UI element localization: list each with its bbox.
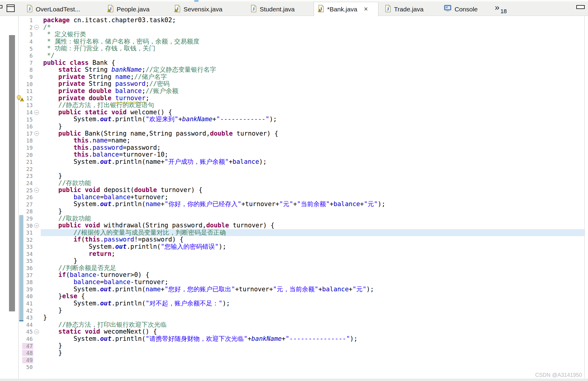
code-text[interactable]: }	[43, 172, 584, 180]
line-number[interactable]: 27	[26, 201, 33, 208]
line-number[interactable]: 14	[26, 109, 33, 116]
line-number[interactable]: 18	[26, 137, 33, 144]
line-number[interactable]: 45	[26, 328, 33, 335]
tab-overflow-chevron-icon[interactable]: »	[495, 3, 500, 12]
line-number[interactable]: 50	[26, 364, 33, 370]
line-number[interactable]: 37	[26, 272, 33, 278]
code-text[interactable]: * 定义银行类	[43, 31, 584, 38]
line-number[interactable]: 9	[26, 74, 33, 80]
code-text[interactable]: public Bank(String name,String password,…	[43, 130, 584, 137]
code-text[interactable]: * 功能：开门营业，存钱，取钱，关门	[43, 45, 584, 52]
line-number[interactable]: 41	[26, 300, 33, 307]
line-number[interactable]: 35	[26, 258, 33, 264]
tab-studentjava[interactable]: JStudent.java	[246, 2, 304, 16]
code-text[interactable]: public void withdrawal(String password,d…	[43, 222, 584, 229]
line-number[interactable]: 3	[26, 31, 33, 38]
line-number[interactable]: 16	[26, 123, 33, 130]
line-number[interactable]: 29	[26, 215, 33, 222]
line-number[interactable]: 2	[26, 24, 33, 31]
code-text[interactable]: balance=balance+turnover;	[43, 194, 584, 201]
code-text[interactable]: //存款功能	[43, 180, 584, 187]
code-text[interactable]: }	[43, 208, 584, 215]
code-text[interactable]: private String name;//储户名字	[43, 74, 584, 81]
code-text[interactable]: System.out.println("欢迎来到"+bankName+"----…	[43, 116, 584, 123]
line-number[interactable]: 43	[26, 314, 33, 321]
line-number[interactable]: 22	[26, 166, 33, 172]
line-number[interactable]: 36	[26, 265, 33, 271]
line-number[interactable]: 46	[26, 336, 33, 342]
code-text[interactable]: static String bankName;//定义静态变量银行名字	[43, 66, 584, 74]
line-number[interactable]: 26	[26, 194, 33, 200]
line-number[interactable]: 32	[26, 237, 33, 243]
code-text[interactable]: this.password=password;	[43, 144, 584, 152]
tab-sevensixjava[interactable]: JSevensix.java	[170, 2, 236, 16]
line-number[interactable]: 20	[26, 152, 33, 158]
line-number[interactable]: 4	[26, 38, 33, 45]
tab-console[interactable]: Console	[440, 2, 488, 16]
code-text[interactable]: //静态方法，打印出银行欢迎下次光临	[43, 321, 584, 328]
fold-collapse-icon[interactable]: −	[34, 131, 39, 136]
line-number[interactable]: 15	[26, 116, 33, 123]
code-text[interactable]: }	[43, 257, 584, 265]
code-text[interactable]: * 属性：银行名称，储户名称，密码，余额，交易额度	[43, 38, 584, 45]
code-text[interactable]: }	[43, 307, 584, 314]
line-number[interactable]: 24	[26, 180, 33, 186]
code-text[interactable]: private String password;//密码	[43, 80, 584, 88]
line-number[interactable]: 47	[26, 343, 33, 349]
code-text[interactable]: //静态方法，打出银行的欢迎语句	[43, 102, 584, 109]
code-text[interactable]: System.out.println(name+"你好，你的账户已经存入"+tu…	[43, 201, 584, 208]
code-text[interactable]: private double turnover;	[43, 95, 584, 102]
line-number[interactable]: 25	[26, 187, 33, 194]
tab-tradejava[interactable]: JTrade.java	[381, 2, 432, 16]
line-number[interactable]: 34	[26, 251, 33, 257]
fold-collapse-icon[interactable]: −	[34, 223, 39, 228]
line-number[interactable]: 1	[26, 17, 33, 23]
line-number[interactable]: 44	[26, 322, 33, 328]
tab-overflow-count[interactable]: 18	[500, 8, 507, 15]
tab-bankjava[interactable]: J*Bank.java×	[314, 2, 378, 16]
code-text[interactable]: }	[43, 342, 584, 350]
code-text[interactable]: if(balance-turnover>0) {	[43, 272, 584, 279]
window-restore-icon[interactable]	[0, 5, 2, 8]
code-text[interactable]: /*	[43, 24, 584, 31]
code-text[interactable]: System.out.println("对不起，账户余额不足：");	[43, 300, 584, 307]
line-number[interactable]: 30	[26, 223, 33, 229]
line-number[interactable]: 31	[26, 230, 33, 236]
tab-overloadtest[interactable]: JOverLoadTest...	[22, 2, 97, 16]
code-text[interactable]: if(this.password!=password) {	[43, 236, 584, 243]
fold-collapse-icon[interactable]: −	[34, 25, 39, 30]
code-text[interactable]: balance=balance-turnover;	[43, 279, 584, 286]
line-number[interactable]: 48	[26, 350, 33, 356]
line-number[interactable]: 23	[26, 173, 33, 179]
line-number[interactable]: 19	[26, 145, 33, 151]
code-text[interactable]: public class Bank {	[43, 59, 584, 67]
code-text[interactable]: private double balance;//账户余额	[43, 88, 584, 95]
code-text[interactable]: return;	[43, 250, 584, 258]
tab-peoplejava[interactable]: JPeople.java	[103, 2, 163, 16]
code-text[interactable]: static void wecomeNext() {	[43, 328, 584, 335]
code-text[interactable]: }	[43, 123, 584, 130]
line-number[interactable]: 33	[26, 244, 33, 250]
line-number[interactable]: 7	[26, 60, 33, 66]
line-number[interactable]: 11	[26, 88, 33, 94]
line-number[interactable]: 12	[26, 95, 33, 101]
line-number[interactable]: 13	[26, 102, 33, 108]
code-editor[interactable]: 1package cn.itcast.chapter03.task02;2−/*…	[19, 16, 585, 379]
code-text[interactable]: this.name=name;	[43, 137, 584, 144]
code-text[interactable]: }	[43, 314, 584, 321]
close-tab-icon[interactable]: ×	[364, 6, 368, 13]
window-icon[interactable]	[7, 4, 15, 12]
line-number[interactable]: 6	[26, 52, 33, 59]
code-text[interactable]: public static void welcome() {	[43, 109, 584, 116]
code-text[interactable]: //根据传入的变量与成员变量对比，判断密码是否正确	[43, 229, 584, 236]
code-text[interactable]: public void deposit(double turnover) {	[43, 187, 584, 194]
line-number[interactable]: 21	[26, 159, 33, 165]
code-text[interactable]: System.out.println("您输入的密码错误");	[43, 243, 584, 250]
line-number[interactable]: 10	[26, 81, 33, 87]
code-text[interactable]: System.out.println(name+"开户成功，账户余额"+bala…	[43, 158, 584, 166]
line-number[interactable]: 40	[26, 293, 33, 299]
code-text[interactable]: System.out.println("请携带好随身财物，欢迎下次光临"+ban…	[43, 335, 584, 343]
vertical-scrollbar-thumb[interactable]	[9, 35, 15, 311]
code-text[interactable]: //判断余额是否充足	[43, 265, 584, 272]
warning-lightbulb-icon[interactable]	[19, 95, 26, 102]
